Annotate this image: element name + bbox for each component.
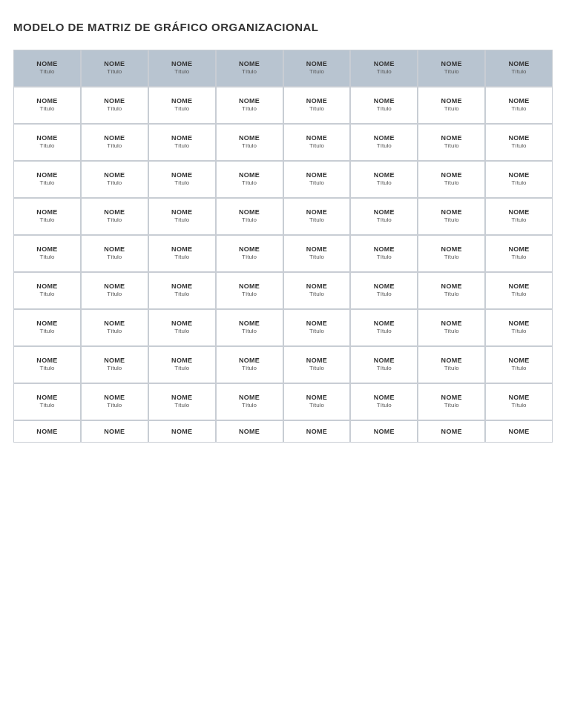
- cell-name: NOME: [36, 357, 57, 364]
- cell-title: Título: [512, 402, 527, 408]
- cell-name: NOME: [306, 97, 327, 105]
- cell-title: Título: [174, 402, 189, 408]
- cell-title: Título: [444, 216, 459, 223]
- cell-r9c7: NOME Título: [418, 346, 485, 383]
- cell-r8c6: NOME Título: [350, 309, 418, 346]
- cell-name: NOME: [171, 357, 192, 364]
- cell-r8c3: NOME Título: [148, 309, 216, 346]
- cell-r2c3: NOME Título: [148, 87, 216, 124]
- cell-title: Título: [309, 254, 324, 260]
- cell-name: NOME: [508, 134, 529, 142]
- cell-name: NOME: [104, 171, 125, 179]
- cell-r7c1: NOME Título: [13, 272, 81, 309]
- cell-name: NOME: [441, 357, 462, 364]
- cell-name: NOME: [239, 357, 260, 364]
- cell-r8c7: NOME Título: [418, 309, 485, 346]
- cell-title: Título: [174, 291, 189, 297]
- cell-r3c2: NOME Título: [81, 124, 148, 161]
- cell-title: Título: [39, 365, 54, 371]
- cell-title: Título: [309, 142, 324, 149]
- cell-title: Título: [242, 291, 257, 297]
- cell-name: NOME: [36, 97, 57, 105]
- cell-title: Título: [39, 216, 54, 223]
- cell-name: NOME: [508, 60, 529, 67]
- cell-title: Título: [444, 179, 459, 186]
- cell-r7c8: NOME Título: [485, 272, 553, 309]
- cell-title: Título: [512, 179, 527, 186]
- cell-title: Título: [377, 142, 392, 149]
- cell-title: Título: [107, 216, 122, 223]
- cell-name: NOME: [441, 208, 462, 216]
- cell-r4c4: NOME Título: [216, 161, 283, 198]
- cell-name: NOME: [374, 97, 395, 105]
- cell-r11c5: NOME: [283, 420, 351, 443]
- cell-title: Título: [309, 328, 324, 334]
- cell-r11c7: NOME: [418, 420, 485, 443]
- cell-r10c7: NOME Título: [418, 383, 485, 420]
- cell-name: NOME: [239, 134, 260, 142]
- cell-name: NOME: [441, 394, 462, 401]
- cell-r5c2: NOME Título: [81, 198, 148, 235]
- cell-name: NOME: [36, 60, 57, 67]
- cell-name: NOME: [306, 320, 327, 327]
- org-grid: NOME Título NOME Título NOME Título NOME…: [13, 50, 553, 443]
- cell-r6c3: NOME Título: [148, 235, 216, 272]
- cell-name: NOME: [36, 245, 57, 253]
- cell-r2c7: NOME Título: [418, 87, 485, 124]
- cell-r4c7: NOME Título: [418, 161, 485, 198]
- cell-name: NOME: [239, 320, 260, 327]
- cell-title: Título: [309, 402, 324, 408]
- cell-title: Título: [309, 216, 324, 223]
- cell-name: NOME: [239, 171, 260, 179]
- cell-r1c6: NOME Título: [350, 50, 418, 87]
- cell-name: NOME: [36, 394, 57, 401]
- cell-title: Título: [309, 365, 324, 371]
- cell-title: Título: [39, 291, 54, 297]
- cell-r4c2: NOME Título: [81, 161, 148, 198]
- cell-r3c4: NOME Título: [216, 124, 283, 161]
- cell-title: Título: [377, 291, 392, 297]
- cell-title: Título: [174, 328, 189, 334]
- cell-title: Título: [174, 142, 189, 149]
- cell-name: NOME: [306, 208, 327, 216]
- cell-name: NOME: [508, 394, 529, 401]
- cell-title: Título: [107, 254, 122, 260]
- cell-name: NOME: [508, 282, 529, 290]
- cell-title: Título: [107, 105, 122, 112]
- cell-name: NOME: [239, 97, 260, 105]
- cell-title: Título: [242, 328, 257, 334]
- cell-r1c5: NOME Título: [283, 50, 351, 87]
- cell-name: NOME: [104, 282, 125, 290]
- cell-title: Título: [39, 142, 54, 149]
- cell-r6c2: NOME Título: [81, 235, 148, 272]
- cell-r3c1: NOME Título: [13, 124, 81, 161]
- cell-title: Título: [107, 328, 122, 334]
- cell-title: Título: [39, 105, 54, 112]
- cell-r11c4: NOME: [216, 420, 283, 443]
- cell-title: Título: [242, 142, 257, 149]
- cell-title: Título: [107, 291, 122, 297]
- cell-title: Título: [444, 291, 459, 297]
- cell-r2c6: NOME Título: [350, 87, 418, 124]
- cell-r6c8: NOME Título: [485, 235, 553, 272]
- cell-r8c1: NOME Título: [13, 309, 81, 346]
- cell-name: NOME: [36, 428, 57, 435]
- cell-r6c4: NOME Título: [216, 235, 283, 272]
- cell-r3c5: NOME Título: [283, 124, 351, 161]
- cell-r10c6: NOME Título: [350, 383, 418, 420]
- cell-r6c6: NOME Título: [350, 235, 418, 272]
- cell-name: NOME: [239, 245, 260, 253]
- cell-name: NOME: [306, 171, 327, 179]
- cell-name: NOME: [306, 428, 327, 435]
- cell-name: NOME: [171, 394, 192, 401]
- cell-r5c3: NOME Título: [148, 198, 216, 235]
- cell-r11c3: NOME: [148, 420, 216, 443]
- cell-title: Título: [107, 402, 122, 408]
- cell-r5c4: NOME Título: [216, 198, 283, 235]
- cell-r11c2: NOME: [81, 420, 148, 443]
- cell-r7c5: NOME Título: [283, 272, 351, 309]
- cell-name: NOME: [441, 245, 462, 253]
- cell-r3c3: NOME Título: [148, 124, 216, 161]
- cell-r6c1: NOME Título: [13, 235, 81, 272]
- cell-title: Título: [377, 402, 392, 408]
